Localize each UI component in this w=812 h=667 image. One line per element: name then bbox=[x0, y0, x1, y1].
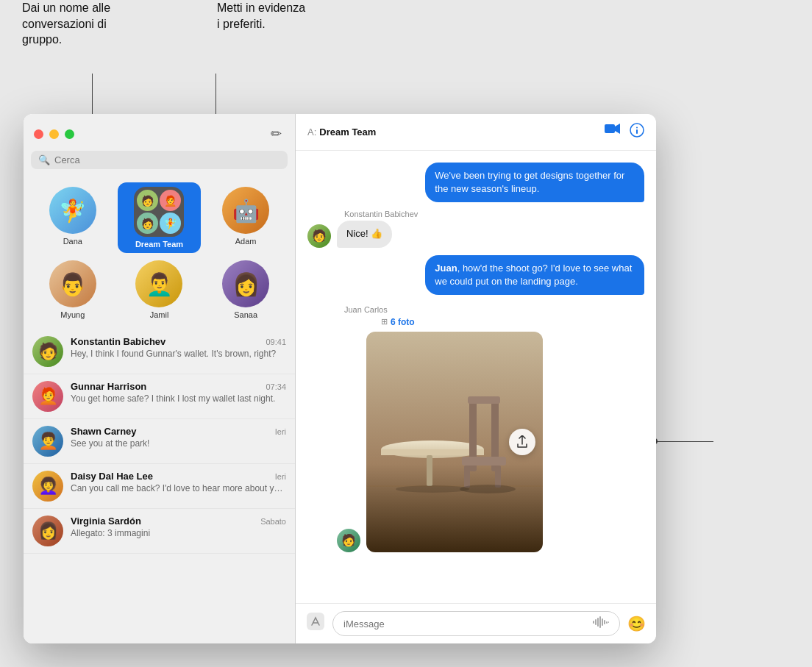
message-input[interactable] bbox=[343, 618, 587, 629]
conv-name-konstantin: Konstantin Babichev bbox=[71, 336, 165, 347]
annotation-group-name: Dai un nome alle conversazioni di gruppo… bbox=[22, 0, 110, 48]
pinned-contact-adam[interactable]: 🤖 Adam bbox=[204, 182, 288, 253]
conv-preview-daisy: Can you call me back? I'd love to hear m… bbox=[71, 483, 286, 493]
chat-area: A: Dream Team bbox=[296, 114, 656, 643]
traffic-lights bbox=[34, 129, 74, 139]
conv-header-gunnar: Gunnar Harrison 07:34 bbox=[71, 381, 286, 392]
svg-rect-3 bbox=[636, 129, 638, 134]
avatar-sanaa: 👩 bbox=[222, 260, 269, 307]
audio-wave-icon bbox=[593, 616, 609, 631]
photo-count-row: ⊞ 6 foto bbox=[344, 317, 644, 327]
conv-item-konstantin[interactable]: 🧑 Konstantin Babichev 09:41 Hey, I think… bbox=[24, 329, 295, 374]
video-call-icon[interactable] bbox=[605, 123, 621, 141]
svg-rect-8 bbox=[381, 449, 484, 455]
svg-rect-14 bbox=[464, 466, 470, 488]
svg-rect-15 bbox=[495, 466, 501, 488]
avatar-msg-juan: 🧑 bbox=[337, 529, 360, 552]
photo-stack-container: Juan Carlos ⊞ 6 foto 🧑 bbox=[307, 305, 644, 552]
pinned-contact-myung[interactable]: 👨 Myung bbox=[31, 256, 115, 324]
conv-item-virginia[interactable]: 👩 Virginia Sardón Sabato Allegato: 3 imm… bbox=[24, 509, 295, 554]
svg-rect-22 bbox=[599, 616, 601, 628]
avatar-adam: 🤖 bbox=[222, 187, 269, 234]
svg-rect-20 bbox=[595, 619, 596, 625]
photo-stack-row: 🧑 bbox=[337, 332, 644, 552]
app-window: ✏ 🔍 🧚 Dana 🧑 🧑‍🦰 🧑 🧚 Dream Te bbox=[24, 114, 656, 643]
conv-header-konstantin: Konstantin Babichev 09:41 bbox=[71, 336, 286, 347]
photo-sender-info: Juan Carlos bbox=[344, 305, 644, 314]
svg-rect-0 bbox=[605, 124, 615, 133]
maximize-button[interactable] bbox=[65, 129, 74, 139]
conv-header-virginia: Virginia Sardón Sabato bbox=[71, 516, 286, 527]
pinned-contact-sanaa[interactable]: 👩 Sanaa bbox=[204, 256, 288, 324]
conv-header-daisy: Daisy Dal Hae Lee Ieri bbox=[71, 471, 286, 482]
avatar-msg-konstantin: 🧑 bbox=[307, 224, 331, 248]
avatar-virginia: 👩 bbox=[32, 516, 63, 546]
search-bar: 🔍 bbox=[31, 151, 288, 169]
share-button[interactable] bbox=[509, 429, 535, 455]
svg-rect-13 bbox=[462, 457, 506, 466]
pinned-contact-dana[interactable]: 🧚 Dana bbox=[31, 182, 115, 253]
conv-time-gunnar: 07:34 bbox=[266, 382, 286, 391]
message-bubble-konstantin: Nice! 👍 bbox=[337, 221, 392, 247]
svg-rect-23 bbox=[602, 618, 603, 626]
conv-item-gunnar[interactable]: 🧑‍🦰 Gunnar Harrison 07:34 You get home s… bbox=[24, 374, 295, 419]
conv-preview-konstantin: Hey, I think I found Gunnar's wallet. It… bbox=[71, 349, 286, 359]
message-row-konstantin: 🧑 Nice! 👍 bbox=[307, 221, 644, 247]
message-row-2: Juan, how'd the shoot go? I'd love to se… bbox=[307, 255, 644, 295]
search-input[interactable] bbox=[54, 154, 280, 165]
conv-name-shawn: Shawn Carney bbox=[71, 426, 137, 437]
conversation-list: 🧑 Konstantin Babichev 09:41 Hey, I think… bbox=[24, 329, 295, 643]
svg-rect-26 bbox=[608, 621, 609, 623]
message-group-konstantin: Konstantin Babichev 🧑 Nice! 👍 bbox=[307, 210, 644, 247]
photo-grid-icon: ⊞ bbox=[381, 317, 388, 327]
conv-item-daisy[interactable]: 👩‍🦱 Daisy Dal Hae Lee Ieri Can you call … bbox=[24, 464, 295, 509]
avatar-shawn: 🧑‍🦱 bbox=[32, 426, 63, 457]
conv-name-virginia: Virginia Sardón bbox=[71, 516, 141, 527]
conv-content-shawn: Shawn Carney Ieri See you at the park! bbox=[71, 426, 286, 449]
message-input-wrap bbox=[332, 611, 620, 636]
conv-content-daisy: Daisy Dal Hae Lee Ieri Can you call me b… bbox=[71, 471, 286, 493]
close-button[interactable] bbox=[34, 129, 43, 139]
conv-time-virginia: Sabato bbox=[260, 517, 286, 526]
messages-container: We've been trying to get designs togethe… bbox=[296, 151, 656, 603]
message-bubble-1: We've been trying to get designs togethe… bbox=[425, 163, 644, 202]
conv-content-virginia: Virginia Sardón Sabato Allegato: 3 immag… bbox=[71, 516, 286, 538]
conv-preview-virginia: Allegato: 3 immagini bbox=[71, 528, 286, 538]
contact-name-myung: Myung bbox=[60, 310, 85, 319]
search-icon: 🔍 bbox=[38, 154, 50, 165]
chat-recipient: Dream Team bbox=[319, 126, 605, 138]
conv-header-shawn: Shawn Carney Ieri bbox=[71, 426, 286, 437]
message-bubble-2: Juan, how'd the shoot go? I'd love to se… bbox=[425, 255, 644, 295]
pinned-contact-jamil[interactable]: 👨‍🦱 Jamil bbox=[118, 256, 202, 324]
chat-header: A: Dream Team bbox=[296, 114, 656, 151]
pinned-contact-dream-team[interactable]: 🧑 🧑‍🦰 🧑 🧚 Dream Team bbox=[118, 182, 202, 253]
appstore-icon[interactable] bbox=[306, 612, 325, 635]
svg-rect-24 bbox=[604, 620, 605, 624]
message-sender-konstantin: Konstantin Babichev bbox=[344, 210, 644, 218]
avatar-konstantin: 🧑 bbox=[32, 336, 63, 367]
svg-marker-1 bbox=[615, 124, 620, 134]
conv-preview-gunnar: You get home safe? I think I lost my wal… bbox=[71, 393, 286, 404]
svg-point-17 bbox=[396, 485, 469, 493]
titlebar: ✏ bbox=[24, 114, 295, 151]
minimize-button[interactable] bbox=[49, 129, 59, 139]
input-area: 😊 bbox=[296, 603, 656, 643]
conv-name-daisy: Daisy Dal Hae Lee bbox=[71, 471, 153, 482]
conv-item-shawn[interactable]: 🧑‍🦱 Shawn Carney Ieri See you at the par… bbox=[24, 419, 295, 464]
emoji-button[interactable]: 😊 bbox=[627, 615, 646, 632]
compose-button[interactable]: ✏ bbox=[268, 124, 285, 143]
conv-content-konstantin: Konstantin Babichev 09:41 Hey, I think I… bbox=[71, 336, 286, 359]
svg-point-4 bbox=[636, 127, 638, 129]
avatar-jamil: 👨‍🦱 bbox=[135, 260, 182, 307]
photo-sender-name: Juan Carlos bbox=[344, 305, 388, 314]
info-icon[interactable] bbox=[630, 123, 644, 141]
conv-preview-shawn: See you at the park! bbox=[71, 438, 286, 449]
sidebar: ✏ 🔍 🧚 Dana 🧑 🧑‍🦰 🧑 🧚 Dream Te bbox=[24, 114, 296, 643]
svg-rect-19 bbox=[593, 621, 594, 624]
photo-stack[interactable] bbox=[366, 332, 543, 552]
conv-time-daisy: Ieri bbox=[275, 472, 286, 481]
photo-count-label: 6 foto bbox=[391, 317, 415, 327]
svg-rect-9 bbox=[427, 455, 432, 486]
pinned-contacts: 🧚 Dana 🧑 🧑‍🦰 🧑 🧚 Dream Team 🤖 Adam bbox=[24, 176, 295, 329]
contact-name-sanaa: Sanaa bbox=[234, 310, 257, 319]
